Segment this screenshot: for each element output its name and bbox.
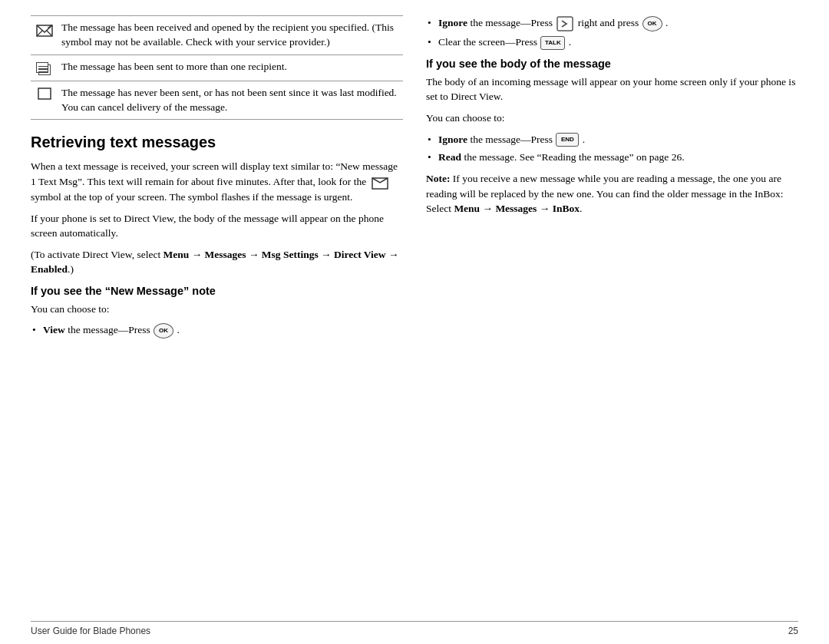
ok-key-icon-2: OK xyxy=(642,16,662,31)
list-item-ignore-body: Ignore the message—Press END . xyxy=(426,132,798,147)
right-column: Ignore the message—Press right and press… xyxy=(426,15,798,616)
svg-line-1 xyxy=(37,31,42,36)
table-row: ✓ The message has been received and open… xyxy=(31,16,403,55)
subsection-heading-new-message: If you see the “New Message” note xyxy=(31,285,403,297)
nav-right-icon xyxy=(557,16,573,31)
left-column: ✓ The message has been received and open… xyxy=(31,15,403,616)
talk-key-icon: TALK xyxy=(540,36,565,50)
list-item-ignore-top: Ignore the message—Press right and press… xyxy=(426,15,798,31)
note-para: Note: If you receive a new message while… xyxy=(426,171,798,216)
symbol-cell-opened-envelope: ✓ xyxy=(31,16,58,55)
table-row: The message has been sent to more than o… xyxy=(31,54,403,81)
multi-page-icon xyxy=(36,62,53,76)
para-body-2: You can choose to: xyxy=(426,111,798,126)
symbol-cell-square xyxy=(31,81,58,120)
section-heading-retrieving: Retrieving text messages xyxy=(31,134,403,151)
list-item-clear-screen: Clear the screen—Press TALK . xyxy=(426,35,798,50)
symbol-table: ✓ The message has been received and open… xyxy=(31,15,403,120)
footer-left: User Guide for Blade Phones xyxy=(31,626,150,636)
table-cell-text-3: The message has never been sent, or has … xyxy=(58,81,403,120)
list-item-view: View the message—Press OK . xyxy=(31,322,403,339)
bullet-list-new-message: View the message—Press OK . xyxy=(31,322,403,339)
subsection-heading-body: If you see the body of the message xyxy=(426,58,798,70)
footer-page-number: 25 xyxy=(788,626,798,636)
table-cell-text-1: The message has been received and opened… xyxy=(58,16,403,55)
bullet-list-body: Ignore the message—Press END . Read the … xyxy=(426,132,798,165)
symbol-cell-multi-page xyxy=(31,54,58,81)
svg-rect-4 xyxy=(38,88,51,99)
page-footer: User Guide for Blade Phones 25 xyxy=(31,621,798,636)
end-key-icon: END xyxy=(556,133,579,147)
para-you-can-choose-left: You can choose to: xyxy=(31,302,403,317)
svg-line-2 xyxy=(47,31,52,36)
table-cell-text-2: The message has been sent to more than o… xyxy=(58,54,403,81)
para-retrieving-2: If your phone is set to Direct View, the… xyxy=(31,211,403,241)
envelope-inbox-icon xyxy=(372,176,388,190)
opened-envelope-icon: ✓ xyxy=(36,23,53,37)
para-retrieving-1: When a text message is received, your sc… xyxy=(31,159,403,204)
square-icon xyxy=(38,88,51,100)
ok-key-icon: OK xyxy=(154,323,173,339)
page-container: ✓ The message has been received and open… xyxy=(0,0,829,644)
svg-rect-6 xyxy=(557,17,573,31)
para-body-1: The body of an incoming message will app… xyxy=(426,74,798,104)
svg-text:✓: ✓ xyxy=(47,23,53,31)
table-row: The message has never been sent, or has … xyxy=(31,81,403,120)
content-area: ✓ The message has been received and open… xyxy=(31,15,798,616)
list-item-read: Read the message. See “Reading the messa… xyxy=(426,150,798,165)
bullet-list-ignore-top: Ignore the message—Press right and press… xyxy=(426,15,798,50)
para-retrieving-3: (To activate Direct View, select Menu → … xyxy=(31,247,403,277)
